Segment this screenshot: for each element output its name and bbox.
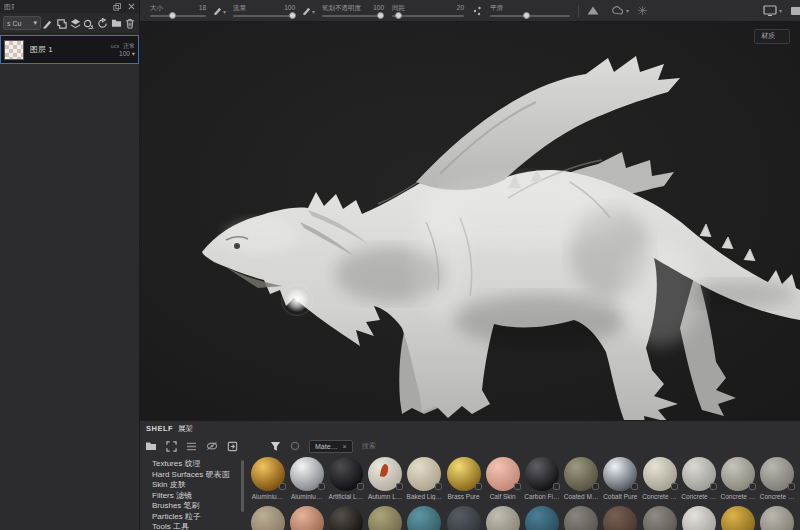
spacing-slider[interactable] <box>392 15 464 17</box>
filter-funnel-icon[interactable] <box>270 441 281 452</box>
add-paint-layer-icon[interactable] <box>42 18 53 29</box>
material-swatch[interactable] <box>758 506 797 530</box>
size-slider[interactable] <box>150 15 206 17</box>
material-sphere-thumbnail[interactable] <box>329 457 363 491</box>
undock-panel-icon[interactable] <box>113 3 121 11</box>
material-swatch[interactable] <box>444 506 483 530</box>
material-sphere-thumbnail[interactable] <box>564 506 598 530</box>
material-swatch[interactable] <box>718 506 757 530</box>
material-sphere-thumbnail[interactable] <box>407 457 441 491</box>
material-sphere-thumbnail[interactable] <box>525 457 559 491</box>
shelf-category-item[interactable]: Particles 粒子 <box>152 512 246 523</box>
display-settings-icon[interactable] <box>763 5 777 16</box>
hide-labels-icon[interactable] <box>206 441 218 451</box>
material-swatch[interactable] <box>287 506 326 530</box>
add-fill-layer-icon[interactable] <box>56 18 67 29</box>
3d-viewport[interactable]: 大小18 ▾ 流量100 ▾ 笔划不透明度100 间距20 平滑 <box>140 0 800 420</box>
spacing-control[interactable]: 间距20 <box>392 0 464 21</box>
add-group-icon[interactable] <box>70 18 81 29</box>
material-swatch[interactable] <box>522 506 561 530</box>
material-swatch[interactable]: Artificial L… <box>326 457 365 500</box>
material-swatch[interactable]: Carbon Fi… <box>522 457 561 500</box>
close-panel-icon[interactable] <box>128 3 135 10</box>
symmetry-icon[interactable] <box>611 6 623 16</box>
material-sphere-thumbnail[interactable] <box>682 506 716 530</box>
shelf-category-item[interactable]: Textures 纹理 <box>152 459 246 470</box>
material-sphere-thumbnail[interactable] <box>447 457 481 491</box>
camera-settings-icon[interactable] <box>790 5 800 16</box>
alignment-icon[interactable] <box>587 6 599 15</box>
flow-slider[interactable] <box>233 15 295 17</box>
layer-blend-mode[interactable]: ucs 正常 <box>111 42 135 50</box>
material-swatch[interactable] <box>366 506 405 530</box>
active-filter-chip[interactable]: Mate… × <box>309 440 353 453</box>
material-swatch[interactable] <box>483 506 522 530</box>
material-sphere-thumbnail[interactable] <box>760 506 794 530</box>
folder-view-icon[interactable] <box>145 441 157 451</box>
folder-icon[interactable] <box>111 18 122 28</box>
add-smart-material-icon[interactable] <box>97 18 108 29</box>
material-swatch[interactable]: Concrete … <box>718 457 757 500</box>
material-sphere-thumbnail[interactable] <box>486 506 520 530</box>
scatter-dots-icon[interactable] <box>472 6 482 16</box>
shelf-search-input[interactable]: 搜索 <box>362 441 376 451</box>
shelf-category-item[interactable]: Filters 滤镜 <box>152 491 246 502</box>
material-swatch[interactable] <box>640 506 679 530</box>
material-swatch[interactable]: Autumn L… <box>366 457 405 500</box>
size-pressure-toggle[interactable]: ▾ <box>213 6 226 15</box>
stroke-opacity-control[interactable]: 笔划不透明度100 <box>322 0 384 21</box>
filter-scope-icon[interactable] <box>290 441 300 451</box>
material-swatch[interactable]: Baked Lig… <box>405 457 444 500</box>
smoothing-control[interactable]: 平滑 <box>490 0 570 21</box>
material-sphere-thumbnail[interactable] <box>251 506 285 530</box>
material-swatch[interactable]: Aluminiu… <box>248 457 287 500</box>
material-sphere-thumbnail[interactable] <box>407 506 441 530</box>
layer-row[interactable]: 图层 1 ucs 正常 100 ▾ <box>0 35 139 64</box>
layer-opacity[interactable]: 100 ▾ <box>111 50 135 58</box>
material-swatch[interactable]: Cobalt Pure <box>601 457 640 500</box>
material-swatch[interactable] <box>601 506 640 530</box>
layer-thumbnail[interactable] <box>4 40 24 60</box>
expand-view-icon[interactable] <box>166 441 177 452</box>
material-swatch[interactable]: Brass Pure <box>444 457 483 500</box>
material-sphere-thumbnail[interactable] <box>290 506 324 530</box>
material-sphere-thumbnail[interactable] <box>564 457 598 491</box>
material-swatch[interactable]: Aluminiu… <box>287 457 326 500</box>
material-swatch[interactable] <box>326 506 365 530</box>
material-sphere-thumbnail[interactable] <box>486 457 520 491</box>
material-sphere-thumbnail[interactable] <box>251 457 285 491</box>
material-swatch[interactable] <box>562 506 601 530</box>
brush-flow-control[interactable]: 流量100 <box>233 0 295 21</box>
material-sphere-thumbnail[interactable] <box>368 457 402 491</box>
remove-filter-icon[interactable]: × <box>343 443 347 450</box>
material-sphere-thumbnail[interactable] <box>682 457 716 491</box>
shelf-category-item[interactable]: Brushes 笔刷 <box>152 501 246 512</box>
material-swatch[interactable]: Concrete … <box>758 457 797 500</box>
material-sphere-thumbnail[interactable] <box>603 506 637 530</box>
material-swatch[interactable]: Coated M… <box>562 457 601 500</box>
material-sphere-thumbnail[interactable] <box>721 457 755 491</box>
material-swatch[interactable]: Concrete … <box>679 457 718 500</box>
material-sphere-thumbnail[interactable] <box>525 506 559 530</box>
material-swatch[interactable] <box>405 506 444 530</box>
flow-pressure-toggle[interactable]: ▾ <box>302 6 315 15</box>
category-scrollbar[interactable] <box>241 460 244 512</box>
brush-size-control[interactable]: 大小18 <box>150 0 206 21</box>
viewport-shading-mode[interactable]: 材质 <box>754 29 790 44</box>
shelf-category-item[interactable]: Skin 皮肤 <box>152 480 246 491</box>
material-sphere-thumbnail[interactable] <box>368 506 402 530</box>
material-sphere-thumbnail[interactable] <box>643 457 677 491</box>
material-sphere-thumbnail[interactable] <box>447 506 481 530</box>
lazy-mouse-icon[interactable] <box>637 5 648 16</box>
shelf-category-item[interactable]: Tools 工具 <box>152 522 246 530</box>
material-sphere-thumbnail[interactable] <box>760 457 794 491</box>
material-swatch[interactable]: Calf Skin <box>483 457 522 500</box>
add-mask-icon[interactable] <box>83 18 94 29</box>
material-sphere-thumbnail[interactable] <box>603 457 637 491</box>
channel-select-dropdown[interactable]: s Cu ▾ <box>3 16 41 30</box>
smoothing-slider[interactable] <box>490 15 570 17</box>
material-sphere-thumbnail[interactable] <box>721 506 755 530</box>
material-sphere-thumbnail[interactable] <box>329 506 363 530</box>
material-swatch[interactable]: Concrete … <box>640 457 679 500</box>
list-view-icon[interactable] <box>186 442 197 451</box>
